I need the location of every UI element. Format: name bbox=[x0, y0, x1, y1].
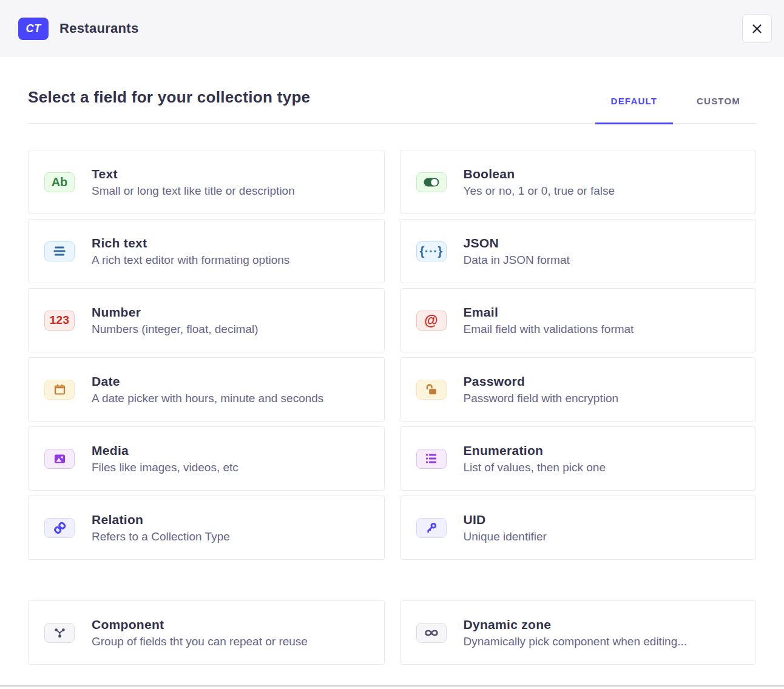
tab-custom[interactable]: CUSTOM bbox=[681, 95, 756, 123]
field-title: Number bbox=[92, 305, 259, 320]
page-title: Select a field for your collection type bbox=[28, 88, 310, 123]
padlock-icon bbox=[416, 380, 447, 400]
title-and-tabs-row: Select a field for your collection type … bbox=[28, 88, 756, 124]
field-title: Date bbox=[92, 374, 323, 389]
json-braces-icon: {···} bbox=[416, 241, 447, 261]
calendar-icon bbox=[44, 380, 75, 400]
content-type-badge: CT bbox=[18, 18, 49, 40]
field-description: Password field with encryption bbox=[464, 392, 619, 405]
field-title: Media bbox=[92, 443, 238, 458]
text-field-icon: Ab bbox=[44, 172, 75, 192]
footer-divider bbox=[0, 685, 784, 687]
field-description: Dynamically pick component when editing.… bbox=[464, 635, 688, 648]
field-title: Rich text bbox=[92, 236, 289, 250]
field-description: A date picker with hours, minute and sec… bbox=[92, 392, 323, 405]
field-title: JSON bbox=[464, 236, 570, 250]
field-card-number[interactable]: 123 Number Numbers (integer, float, deci… bbox=[28, 288, 385, 352]
field-description: List of values, then pick one bbox=[464, 461, 606, 474]
field-card-relation[interactable]: Relation Refers to a Collection Type bbox=[28, 496, 385, 560]
field-description: Data in JSON format bbox=[464, 254, 570, 267]
field-card-password[interactable]: Password Password field with encryption bbox=[400, 357, 757, 422]
chain-link-icon bbox=[44, 518, 75, 538]
key-icon bbox=[416, 518, 447, 538]
close-icon bbox=[752, 24, 762, 34]
field-card-media[interactable]: Media Files like images, videos, etc bbox=[28, 426, 385, 491]
infinity-icon bbox=[416, 623, 447, 643]
field-card-enumeration[interactable]: Enumeration List of values, then pick on… bbox=[400, 426, 757, 491]
field-title: Dynamic zone bbox=[464, 617, 688, 632]
field-title: Relation bbox=[92, 513, 230, 527]
field-title: Enumeration bbox=[464, 443, 606, 458]
default-fields-grid: Ab Text Small or long text like title or… bbox=[28, 150, 756, 560]
field-card-date[interactable]: Date A date picker with hours, minute an… bbox=[28, 357, 385, 422]
close-button[interactable] bbox=[742, 14, 772, 43]
modal-title: Restaurants bbox=[59, 21, 138, 36]
field-description: Files like images, videos, etc bbox=[92, 461, 238, 474]
boolean-toggle-icon bbox=[416, 172, 447, 192]
field-card-boolean[interactable]: Boolean Yes or no, 1 or 0, true or false bbox=[400, 150, 757, 214]
number-123-icon: 123 bbox=[44, 311, 75, 331]
field-description: Yes or no, 1 or 0, true or false bbox=[464, 184, 615, 198]
tab-bar: DEFAULTCUSTOM bbox=[595, 95, 756, 123]
field-description: Small or long text like title or descrip… bbox=[92, 184, 295, 198]
field-description: A rich text editor with formating option… bbox=[92, 254, 289, 267]
field-description: Numbers (integer, float, decimal) bbox=[92, 323, 259, 336]
bullet-list-icon bbox=[416, 449, 447, 469]
modal-body: Select a field for your collection type … bbox=[0, 88, 784, 665]
field-card-email[interactable]: @ Email Email field with validations for… bbox=[400, 288, 757, 352]
field-card-richtext[interactable]: Rich text A rich text editor with format… bbox=[28, 219, 385, 283]
field-description: Unique identifier bbox=[464, 530, 547, 543]
field-card-component[interactable]: Component Group of fields tht you can re… bbox=[28, 600, 385, 665]
field-title: Email bbox=[464, 305, 634, 320]
media-picture-icon bbox=[44, 449, 75, 469]
field-card-json[interactable]: {···} JSON Data in JSON format bbox=[400, 219, 757, 283]
tab-default[interactable]: DEFAULT bbox=[595, 95, 673, 123]
field-description: Email field with validations format bbox=[464, 323, 634, 336]
email-at-icon: @ bbox=[416, 311, 447, 331]
field-title: UID bbox=[464, 513, 547, 527]
field-title: Boolean bbox=[464, 167, 615, 181]
field-title: Text bbox=[92, 167, 295, 181]
advanced-fields-grid: Component Group of fields tht you can re… bbox=[28, 600, 756, 665]
field-card-uid[interactable]: UID Unique identifier bbox=[400, 496, 757, 560]
field-title: Component bbox=[92, 617, 308, 632]
field-description: Refers to a Collection Type bbox=[92, 530, 230, 543]
field-description: Group of fields tht you can repeat or re… bbox=[92, 635, 308, 648]
rich-text-icon bbox=[44, 241, 75, 261]
modal-header: CT Restaurants bbox=[0, 0, 784, 57]
field-card-dynamiczone[interactable]: Dynamic zone Dynamically pick component … bbox=[400, 600, 757, 665]
field-card-text[interactable]: Ab Text Small or long text like title or… bbox=[28, 150, 385, 214]
field-title: Password bbox=[464, 374, 619, 389]
component-nodes-icon bbox=[44, 623, 75, 643]
